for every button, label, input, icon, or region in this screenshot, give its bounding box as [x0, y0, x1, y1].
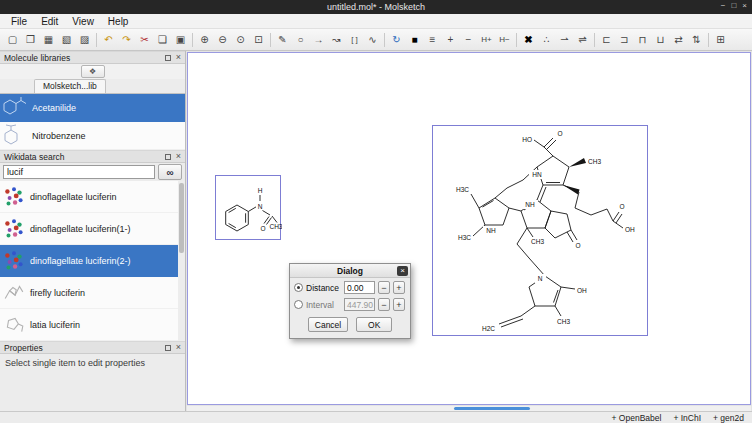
undo-icon[interactable]: ↶	[100, 31, 117, 49]
wikidata-result-item[interactable]: latia luciferin	[0, 309, 185, 341]
interval-input[interactable]: 447.90	[344, 298, 375, 311]
mechanism-arrow-icon[interactable]: ⇀	[556, 31, 573, 49]
atom-label: N	[258, 203, 263, 210]
close-panel-icon[interactable]: ×	[176, 343, 181, 352]
wikidata-result-item[interactable]: dinoflagellate luciferin(1-)	[0, 213, 185, 245]
wikidata-result-item[interactable]: firefly luciferin	[0, 277, 185, 309]
close-panel-icon[interactable]: ×	[176, 53, 181, 62]
menu-view[interactable]: View	[65, 16, 101, 27]
align-right-icon[interactable]: ⊐	[616, 31, 633, 49]
delete-tool-icon[interactable]: ✖	[520, 31, 537, 49]
toolbar-separator	[192, 33, 193, 47]
align-left-icon[interactable]: ⊏	[598, 31, 615, 49]
flip-vertical-icon[interactable]: ⇅	[688, 31, 705, 49]
toolbar: ▢ ❐ ▦ ▧ ▨ ↶ ↷ ✂ ❏ ▣ ⊕ ⊖ ⊙ ⊡ ✎ ○ → ↝ [ ] …	[0, 29, 752, 51]
open-library-button[interactable]: ❖	[81, 65, 105, 78]
align-bottom-icon[interactable]: ⊔	[652, 31, 669, 49]
menu-edit[interactable]: Edit	[34, 16, 65, 27]
redo-icon[interactable]: ↷	[118, 31, 135, 49]
panel-title: Wikidata search	[4, 152, 165, 162]
undock-panel-icon[interactable]	[165, 55, 171, 61]
molecule-acetanilide[interactable]: H N O CH3	[215, 175, 281, 240]
line-width-icon[interactable]: ≡	[424, 31, 441, 49]
scrollbar-track[interactable]	[178, 181, 185, 341]
toolbar-separator	[270, 33, 271, 47]
library-item-label: Nitrobenzene	[32, 131, 86, 141]
zoom-original-icon[interactable]: ⊙	[232, 31, 249, 49]
interval-radio[interactable]	[294, 300, 303, 309]
export-image-icon[interactable]: ▧	[58, 31, 75, 49]
library-toolbar: ❖	[0, 64, 185, 79]
tab-molsketch-lib[interactable]: Molsketch...lib	[34, 79, 106, 93]
color-picker-icon[interactable]: ■	[406, 31, 423, 49]
menu-file[interactable]: File	[4, 16, 34, 27]
horizontal-scrollbar[interactable]	[187, 406, 751, 411]
curve-arrow-icon[interactable]: ↝	[328, 31, 345, 49]
cancel-button[interactable]: Cancel	[308, 317, 348, 332]
scrollbar-thumb[interactable]	[179, 183, 184, 253]
zoom-out-icon[interactable]: ⊖	[214, 31, 231, 49]
add-hydrogen-icon[interactable]: H+	[478, 31, 495, 49]
atom-label: N	[538, 275, 543, 282]
minimize-button[interactable]: −	[721, 1, 726, 10]
distance-row: Distance 0.00 − +	[290, 278, 410, 295]
atom-label: CH3	[531, 238, 544, 245]
close-button[interactable]: ×	[742, 1, 747, 10]
new-file-icon[interactable]: ▢	[4, 31, 21, 49]
copy-icon[interactable]: ❏	[154, 31, 171, 49]
distance-increment-button[interactable]: +	[393, 281, 405, 294]
app-window: untitled.mol* - Molsketch − □ × File Edi…	[0, 0, 752, 423]
pen-tool-icon[interactable]: ✎	[274, 31, 291, 49]
cut-icon[interactable]: ✂	[136, 31, 153, 49]
horizontal-scrollbar-thumb[interactable]	[454, 407, 530, 410]
zoom-fit-icon[interactable]: ⊡	[250, 31, 267, 49]
lone-pair-tool-icon[interactable]: ∴	[538, 31, 555, 49]
search-button[interactable]: ∞	[158, 164, 182, 180]
library-list: Acetanilide Nitrobenzene	[0, 94, 185, 150]
ok-button[interactable]: OK	[356, 317, 392, 332]
library-item-nitrobenzene[interactable]: Nitrobenzene	[0, 122, 185, 150]
close-panel-icon[interactable]: ×	[176, 152, 181, 161]
library-item-acetanilide[interactable]: Acetanilide	[0, 94, 185, 122]
distance-input[interactable]: 0.00	[344, 281, 375, 294]
charge-plus-icon[interactable]: +	[442, 31, 459, 49]
interval-decrement-button[interactable]: −	[378, 298, 390, 311]
flip-horizontal-icon[interactable]: ⇄	[670, 31, 687, 49]
search-input[interactable]	[3, 165, 155, 179]
remove-hydrogen-icon[interactable]: H−	[496, 31, 513, 49]
menu-help[interactable]: Help	[101, 16, 136, 27]
title-bar: untitled.mol* - Molsketch − □ ×	[0, 0, 752, 14]
align-top-icon[interactable]: ⊓	[634, 31, 651, 49]
chain-tool-icon[interactable]: ∿	[364, 31, 381, 49]
reaction-arrow-icon[interactable]: →	[310, 31, 327, 49]
interval-label: Interval	[306, 300, 341, 310]
dialog-close-button[interactable]: ×	[397, 266, 408, 276]
ring-tool-icon[interactable]: ○	[292, 31, 309, 49]
wikidata-result-item[interactable]: dinoflagellate luciferin(2-)	[0, 245, 185, 277]
distance-decrement-button[interactable]: −	[378, 281, 390, 294]
rotate-tool-icon[interactable]: ↻	[388, 31, 405, 49]
properties-hint: Select single item to edit properties	[0, 354, 185, 411]
open-file-icon[interactable]: ❐	[22, 31, 39, 49]
save-file-icon[interactable]: ▦	[40, 31, 57, 49]
charge-minus-icon[interactable]: −	[460, 31, 477, 49]
undock-panel-icon[interactable]	[165, 345, 171, 351]
molecule-sketch-icon	[3, 314, 25, 336]
print-icon[interactable]: ▨	[76, 31, 93, 49]
maximize-button[interactable]: □	[731, 1, 736, 10]
wikidata-result-item[interactable]: dinoflagellate luciferin	[0, 181, 185, 213]
undock-panel-icon[interactable]	[165, 154, 171, 160]
drawing-scene[interactable]: H N O CH3	[187, 52, 751, 405]
interval-increment-button[interactable]: +	[393, 298, 405, 311]
paste-icon[interactable]: ▣	[172, 31, 189, 49]
snap-grid-icon[interactable]: ⊞	[712, 31, 729, 49]
canvas-area: H N O CH3	[187, 52, 751, 411]
equilibrium-arrow-icon[interactable]: ⇌	[574, 31, 591, 49]
molecule-luciferin[interactable]: HO O HN CH3 O OH H3C H3C NH NH CH3 O N O…	[432, 125, 648, 336]
interval-row: Interval 447.90 − +	[290, 295, 410, 312]
zoom-in-icon[interactable]: ⊕	[196, 31, 213, 49]
dialog-titlebar[interactable]: Dialog ×	[290, 264, 410, 278]
bracket-tool-icon[interactable]: [ ]	[346, 31, 363, 49]
toolbar-separator	[594, 33, 595, 47]
distance-radio[interactable]	[294, 283, 303, 292]
